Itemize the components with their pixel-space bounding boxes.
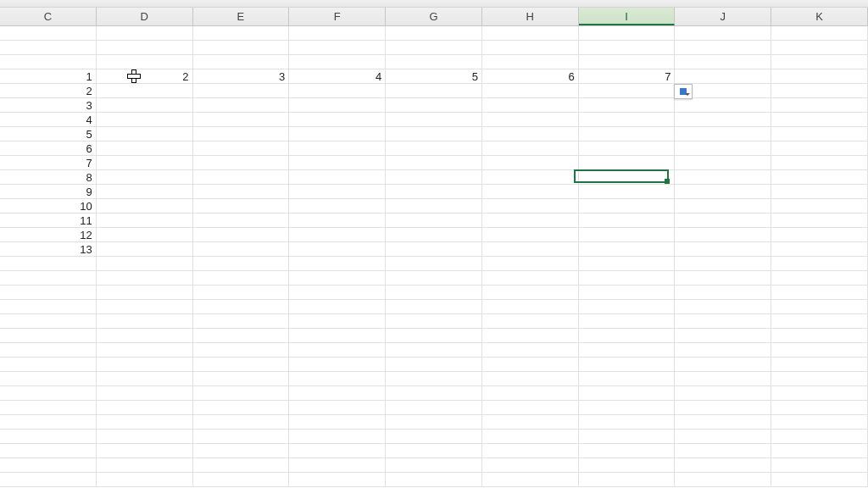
cell-E22[interactable] (193, 329, 290, 342)
cell-G23[interactable] (386, 343, 482, 357)
cell-D5[interactable] (97, 84, 193, 97)
cell-F11[interactable] (289, 170, 386, 184)
cell-J10[interactable] (675, 156, 771, 169)
cell-K16[interactable] (771, 242, 868, 256)
cell-F13[interactable] (289, 199, 386, 213)
cell-J29[interactable] (675, 430, 771, 443)
cell-G27[interactable] (386, 401, 482, 414)
cell-D23[interactable] (97, 343, 193, 357)
cell-J25[interactable] (675, 372, 771, 385)
cell-E16[interactable] (193, 242, 290, 256)
cell-J16[interactable] (675, 242, 771, 256)
cell-G9[interactable] (386, 141, 482, 155)
cell-I20[interactable] (579, 300, 676, 313)
fill-handle[interactable] (665, 179, 670, 184)
cell-D1[interactable] (97, 26, 193, 40)
cell-E14[interactable] (193, 214, 290, 227)
cell-E11[interactable] (193, 170, 290, 184)
cell-I28[interactable] (579, 415, 676, 429)
cell-C5[interactable]: 2 (0, 84, 97, 97)
cell-D32[interactable] (97, 473, 193, 486)
cell-G32[interactable] (386, 473, 482, 486)
cell-I18[interactable] (579, 271, 676, 285)
cell-H17[interactable] (482, 257, 579, 270)
cell-I13[interactable] (579, 199, 676, 213)
cell-K12[interactable] (771, 185, 868, 198)
column-header-J[interactable]: J (675, 8, 771, 25)
cell-J19[interactable] (675, 286, 771, 299)
cell-D27[interactable] (97, 401, 193, 414)
cell-D10[interactable] (97, 156, 193, 169)
cell-E3[interactable] (193, 55, 290, 69)
cell-C26[interactable] (0, 386, 97, 400)
cell-G19[interactable] (386, 286, 482, 299)
cell-J4[interactable] (675, 69, 771, 83)
spreadsheet-grid[interactable]: C D E F G H I J K 1234567234567891011121… (0, 8, 868, 487)
cell-H11[interactable] (482, 170, 579, 184)
cell-K5[interactable] (771, 84, 868, 97)
cell-K15[interactable] (771, 228, 868, 241)
cell-K10[interactable] (771, 156, 868, 169)
cell-F10[interactable] (289, 156, 386, 169)
cell-C29[interactable] (0, 430, 97, 443)
cell-F24[interactable] (289, 358, 386, 371)
cell-F4[interactable]: 4 (289, 69, 386, 83)
cell-G5[interactable] (386, 84, 482, 97)
cell-D3[interactable] (97, 55, 193, 69)
cell-E32[interactable] (193, 473, 290, 486)
cell-D19[interactable] (97, 286, 193, 299)
cell-K21[interactable] (771, 314, 868, 328)
cell-I9[interactable] (579, 141, 676, 155)
cell-H16[interactable] (482, 242, 579, 256)
cell-D22[interactable] (97, 329, 193, 342)
cell-J20[interactable] (675, 300, 771, 313)
cell-H26[interactable] (482, 386, 579, 400)
column-header-E[interactable]: E (193, 8, 290, 25)
cell-E10[interactable] (193, 156, 290, 169)
cell-D31[interactable] (97, 458, 193, 472)
cell-I1[interactable] (579, 26, 676, 40)
cell-H12[interactable] (482, 185, 579, 198)
cell-J26[interactable] (675, 386, 771, 400)
cell-C10[interactable]: 7 (0, 156, 97, 169)
cell-F5[interactable] (289, 84, 386, 97)
cell-G8[interactable] (386, 127, 482, 141)
column-header-G[interactable]: G (386, 8, 482, 25)
cell-J1[interactable] (675, 26, 771, 40)
cell-E30[interactable] (193, 444, 290, 458)
cell-C28[interactable] (0, 415, 97, 429)
cell-F28[interactable] (289, 415, 386, 429)
cell-I27[interactable] (579, 401, 676, 414)
cell-C13[interactable]: 10 (0, 199, 97, 213)
cell-G21[interactable] (386, 314, 482, 328)
cell-C22[interactable] (0, 329, 97, 342)
cell-H18[interactable] (482, 271, 579, 285)
cell-F17[interactable] (289, 257, 386, 270)
cell-C4[interactable]: 1 (0, 69, 97, 83)
cell-H25[interactable] (482, 372, 579, 385)
cell-C2[interactable] (0, 41, 97, 54)
cell-C18[interactable] (0, 271, 97, 285)
cell-D21[interactable] (97, 314, 193, 328)
cell-K9[interactable] (771, 141, 868, 155)
cell-K22[interactable] (771, 329, 868, 342)
cell-J12[interactable] (675, 185, 771, 198)
cell-D2[interactable] (97, 41, 193, 54)
cell-E15[interactable] (193, 228, 290, 241)
column-header-K[interactable]: K (771, 8, 868, 25)
cell-I31[interactable] (579, 458, 676, 472)
cell-D29[interactable] (97, 430, 193, 443)
cell-I5[interactable] (579, 84, 676, 97)
cell-K32[interactable] (771, 473, 868, 486)
cell-H15[interactable] (482, 228, 579, 241)
cell-I2[interactable] (579, 41, 676, 54)
cell-H31[interactable] (482, 458, 579, 472)
cell-H4[interactable]: 6 (482, 69, 579, 83)
cell-J21[interactable] (675, 314, 771, 328)
cell-E9[interactable] (193, 141, 290, 155)
cell-I23[interactable] (579, 343, 676, 357)
cell-E27[interactable] (193, 401, 290, 414)
cell-I7[interactable] (579, 113, 676, 126)
cell-K17[interactable] (771, 257, 868, 270)
cell-C3[interactable] (0, 55, 97, 69)
